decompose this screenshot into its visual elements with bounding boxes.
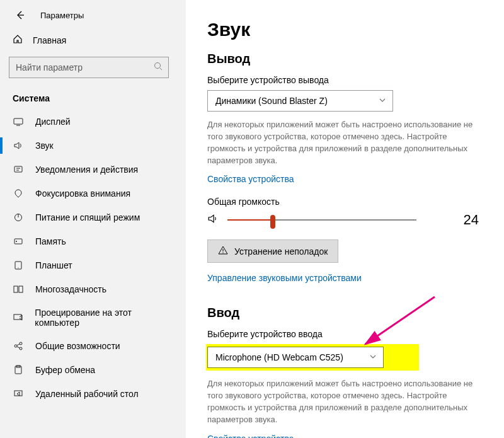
nav-item-tablet[interactable]: Планшет bbox=[0, 253, 186, 277]
annotation-highlight: Microphone (HD Webcam C525) bbox=[206, 344, 419, 371]
search-icon bbox=[153, 61, 163, 74]
output-heading: Вывод bbox=[207, 52, 483, 66]
nav-item-display[interactable]: Дисплей bbox=[0, 110, 186, 134]
nav-item-storage[interactable]: Память bbox=[0, 229, 186, 253]
nav-item-multitask[interactable]: Многозадачность bbox=[0, 277, 186, 301]
nav-item-remote[interactable]: Удаленный рабочий стол bbox=[0, 382, 186, 406]
svg-rect-4 bbox=[14, 239, 22, 244]
svg-point-17 bbox=[222, 253, 223, 253]
input-device-value: Microphone (HD Webcam C525) bbox=[215, 352, 343, 362]
nav-section-label: Система bbox=[0, 82, 186, 110]
input-props-link[interactable]: Свойства устройства bbox=[207, 434, 294, 438]
volume-slider[interactable] bbox=[227, 214, 416, 226]
svg-rect-2 bbox=[14, 166, 22, 172]
chevron-down-icon bbox=[369, 352, 377, 362]
svg-point-11 bbox=[14, 345, 17, 347]
back-button[interactable] bbox=[15, 10, 25, 20]
search-input[interactable]: Найти параметр bbox=[9, 57, 169, 78]
nav-item-clipboard[interactable]: Буфер обмена bbox=[0, 358, 186, 382]
project-icon bbox=[13, 312, 23, 323]
notifications-icon bbox=[13, 164, 24, 175]
power-icon bbox=[13, 212, 24, 223]
nav-item-notifications[interactable]: Уведомления и действия bbox=[0, 158, 186, 182]
nav-home[interactable]: Главная bbox=[0, 28, 186, 53]
display-icon bbox=[13, 116, 24, 127]
nav-item-sound[interactable]: Звук bbox=[0, 134, 186, 158]
tablet-icon bbox=[13, 260, 24, 271]
speaker-icon[interactable] bbox=[207, 213, 219, 227]
input-heading: Ввод bbox=[207, 306, 483, 320]
storage-icon bbox=[13, 236, 24, 247]
output-device-dropdown[interactable]: Динамики (Sound Blaster Z) bbox=[207, 90, 393, 112]
svg-point-5 bbox=[16, 241, 17, 242]
svg-point-12 bbox=[20, 342, 22, 345]
output-desc: Для некоторых приложений может быть наст… bbox=[207, 119, 483, 166]
svg-rect-9 bbox=[19, 286, 23, 292]
nav-item-projecting[interactable]: Проецирование на этот компьютер bbox=[0, 301, 186, 334]
nav-item-focus[interactable]: Фокусировка внимания bbox=[0, 182, 186, 205]
shared-icon bbox=[13, 340, 24, 352]
focus-icon bbox=[13, 188, 24, 199]
output-select-label: Выберите устройство вывода bbox=[207, 75, 483, 85]
svg-rect-1 bbox=[14, 118, 23, 124]
output-props-link[interactable]: Свойства устройства bbox=[207, 174, 294, 184]
output-device-value: Динамики (Sound Blaster Z) bbox=[215, 96, 328, 106]
volume-label: Общая громкость bbox=[207, 197, 483, 207]
remote-icon bbox=[13, 388, 24, 400]
svg-rect-8 bbox=[14, 286, 18, 292]
home-icon bbox=[13, 34, 23, 47]
input-device-dropdown[interactable]: Microphone (HD Webcam C525) bbox=[207, 347, 384, 368]
nav-item-shared[interactable]: Общие возможности bbox=[0, 334, 186, 358]
page-title: Звук bbox=[207, 19, 483, 40]
input-select-label: Выберите устройство ввода bbox=[207, 329, 483, 339]
nav-item-power[interactable]: Питание и спящий режим bbox=[0, 205, 186, 229]
search-placeholder: Найти параметр bbox=[16, 62, 83, 72]
window-title: Параметры bbox=[40, 11, 84, 20]
svg-point-13 bbox=[20, 347, 22, 350]
nav-home-label: Главная bbox=[33, 35, 66, 45]
settings-content: Звук Вывод Выберите устройство вывода Ди… bbox=[186, 0, 504, 438]
multitask-icon bbox=[13, 284, 24, 295]
troubleshoot-button[interactable]: Устранение неполадок bbox=[207, 239, 338, 263]
input-desc: Для некоторых приложений может быть наст… bbox=[207, 378, 483, 425]
clipboard-icon bbox=[13, 364, 24, 376]
volume-value: 24 bbox=[464, 212, 483, 228]
sound-icon bbox=[13, 140, 24, 151]
svg-point-7 bbox=[18, 267, 18, 268]
chevron-down-icon bbox=[379, 96, 386, 106]
svg-point-0 bbox=[155, 63, 161, 69]
warning-icon bbox=[218, 245, 228, 257]
manage-devices-link[interactable]: Управление звуковыми устройствами bbox=[207, 273, 362, 283]
settings-sidebar: Параметры Главная Найти параметр Система… bbox=[0, 0, 186, 438]
